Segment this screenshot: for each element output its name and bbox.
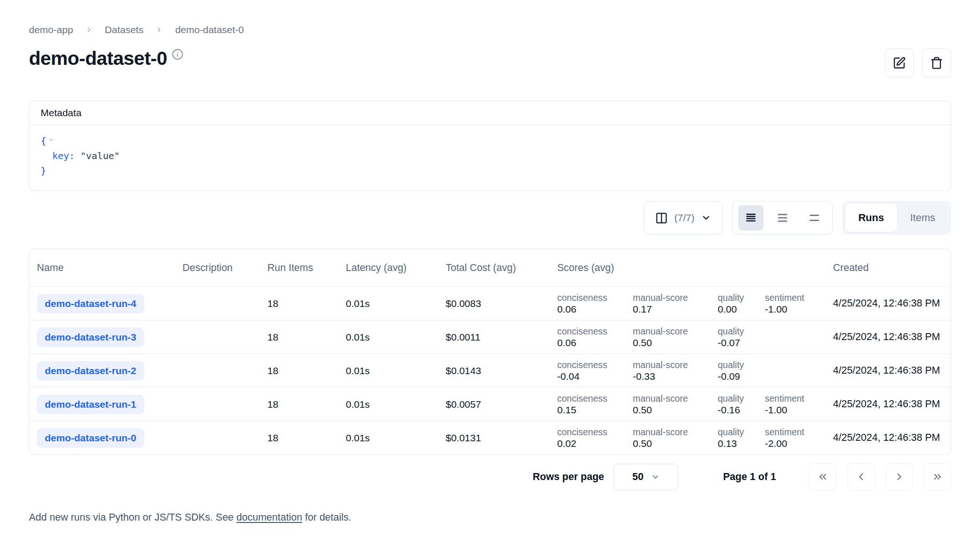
total-cost-cell: $0.0011	[438, 332, 551, 343]
column-header-latency-avg[interactable]: Latency (avg)	[338, 262, 438, 274]
runs-table: NameDescriptionRun ItemsLatency (avg)Tot…	[29, 249, 951, 455]
column-header-scores-avg[interactable]: Scores (avg)	[551, 262, 833, 274]
chevron-down-icon	[651, 473, 660, 481]
rows-per-page-select[interactable]: 50	[614, 464, 678, 490]
trash-icon	[930, 56, 943, 70]
rows-dense-icon	[745, 212, 757, 224]
pagination-nav	[809, 463, 951, 490]
total-cost-cell: $0.0131	[438, 432, 551, 444]
created-cell: 4/25/2024, 12:46:38 PM	[833, 398, 951, 410]
tab-items[interactable]: Items	[897, 204, 948, 232]
chevron-right-icon	[85, 26, 93, 34]
score-conciseness: conciseness0.06	[557, 292, 633, 315]
latency-cell: 0.01s	[338, 432, 438, 444]
json-line-open[interactable]: {	[41, 133, 939, 148]
edit-icon	[893, 56, 906, 70]
run-name-link[interactable]: demo-dataset-run-3	[37, 327, 144, 347]
latency-cell: 0.01s	[338, 399, 438, 410]
column-visibility-button[interactable]: (7/7)	[644, 201, 723, 235]
last-page-button[interactable]	[924, 463, 951, 490]
rows-tall-icon	[808, 212, 820, 224]
row-height-large-button[interactable]	[802, 205, 827, 230]
column-header-name[interactable]: Name	[29, 262, 175, 274]
column-count-label: (7/7)	[674, 212, 694, 223]
chevron-down-icon[interactable]	[48, 135, 55, 146]
score-sentiment: sentiment-2.00	[765, 427, 833, 449]
column-header-description[interactable]: Description	[175, 262, 260, 274]
pagination-bar: Rows per page 50 Page 1 of 1	[29, 463, 951, 490]
scores-cell: conciseness0.02manual-score0.50quality0.…	[551, 427, 833, 449]
total-cost-cell: $0.0143	[438, 365, 551, 376]
sdk-hint-text-before: Add new runs via Python or JS/TS SDKs. S…	[29, 512, 237, 523]
score-conciseness: conciseness0.02	[557, 427, 633, 449]
scores-cell: conciseness0.06manual-score0.50quality-0…	[551, 326, 833, 348]
table-row: demo-dataset-run-1180.01s$0.0057concisen…	[29, 387, 951, 421]
table-row: demo-dataset-run-3180.01s$0.0011concisen…	[29, 320, 951, 354]
run-name-link[interactable]: demo-dataset-run-1	[37, 395, 144, 414]
breadcrumb-item-datasets[interactable]: Datasets	[105, 24, 144, 35]
score-manual-score: manual-score0.50	[633, 427, 718, 449]
latency-cell: 0.01s	[338, 298, 438, 309]
score-sentiment: sentiment-1.00	[765, 292, 833, 315]
dataset-page: demo-app Datasets demo-dataset-0 demo-da…	[0, 24, 980, 523]
rows-per-page-value: 50	[632, 471, 644, 483]
row-height-medium-button[interactable]	[770, 205, 795, 230]
edit-dataset-button[interactable]	[885, 49, 914, 77]
row-height-toggle-group	[732, 201, 833, 235]
rows-medium-icon	[777, 212, 789, 224]
run-name-link[interactable]: demo-dataset-run-4	[37, 294, 144, 313]
scores-cell: conciseness0.06manual-score0.17quality0.…	[551, 292, 833, 315]
score-quality: quality0.00	[718, 292, 765, 315]
table-row: demo-dataset-run-0180.01s$0.0131concisen…	[29, 421, 951, 454]
score-quality: quality0.13	[718, 427, 765, 449]
score-manual-score: manual-score0.50	[633, 326, 718, 348]
created-cell: 4/25/2024, 12:46:38 PM	[833, 298, 951, 309]
table-toolbar: (7/7) Runs Items	[29, 201, 951, 235]
run-items-cell: 18	[260, 332, 338, 343]
run-name-link[interactable]: demo-dataset-run-2	[37, 361, 144, 381]
created-cell: 4/25/2024, 12:46:38 PM	[833, 365, 951, 376]
tab-runs[interactable]: Runs	[845, 204, 897, 232]
table-body: demo-dataset-run-4180.01s$0.0083concisen…	[29, 286, 951, 454]
next-page-button[interactable]	[886, 463, 913, 490]
score-manual-score: manual-score0.17	[633, 292, 718, 315]
column-header-created[interactable]: Created	[833, 262, 951, 274]
run-items-cell: 18	[260, 298, 338, 309]
row-height-small-button[interactable]	[738, 205, 763, 230]
documentation-link[interactable]: documentation	[237, 512, 302, 523]
latency-cell: 0.01s	[338, 365, 438, 376]
chevron-left-icon	[855, 471, 867, 482]
run-name-link[interactable]: demo-dataset-run-0	[37, 428, 144, 448]
score-quality: quality-0.09	[718, 360, 765, 382]
scores-cell: conciseness0.15manual-score0.50quality-0…	[551, 393, 833, 416]
score-conciseness: conciseness0.15	[557, 393, 633, 416]
info-icon[interactable]	[172, 49, 183, 62]
metadata-panel-title: Metadata	[29, 101, 951, 125]
page-title: demo-dataset-0	[29, 48, 167, 70]
metadata-panel: Metadata { key: "value" }	[29, 101, 951, 191]
score-sentiment: sentiment-1.00	[765, 393, 833, 416]
breadcrumb: demo-app Datasets demo-dataset-0	[29, 24, 951, 35]
table-row: demo-dataset-run-4180.01s$0.0083concisen…	[29, 286, 951, 320]
chevrons-right-icon	[932, 471, 943, 482]
run-items-cell: 18	[260, 432, 338, 444]
first-page-button[interactable]	[809, 463, 836, 490]
score-conciseness: conciseness-0.04	[557, 360, 633, 382]
score-quality: quality-0.16	[718, 393, 765, 416]
score-conciseness: conciseness0.06	[557, 326, 633, 348]
breadcrumb-item-project[interactable]: demo-app	[29, 24, 73, 35]
previous-page-button[interactable]	[847, 463, 875, 490]
score-manual-score: manual-score-0.33	[633, 360, 718, 382]
json-line-close: }	[41, 163, 939, 178]
latency-cell: 0.01s	[338, 332, 438, 343]
table-header-row: NameDescriptionRun ItemsLatency (avg)Tot…	[29, 249, 951, 286]
breadcrumb-item-current-dataset[interactable]: demo-dataset-0	[175, 24, 244, 35]
run-items-cell: 18	[260, 399, 338, 410]
column-header-run-items[interactable]: Run Items	[260, 262, 338, 274]
created-cell: 4/25/2024, 12:46:38 PM	[833, 432, 951, 444]
delete-dataset-button[interactable]	[922, 49, 951, 77]
chevron-right-icon	[894, 471, 905, 482]
column-header-total-cost-avg[interactable]: Total Cost (avg)	[438, 262, 551, 274]
score-manual-score: manual-score0.50	[633, 393, 718, 416]
sdk-hint-text-after: for details.	[302, 512, 351, 523]
